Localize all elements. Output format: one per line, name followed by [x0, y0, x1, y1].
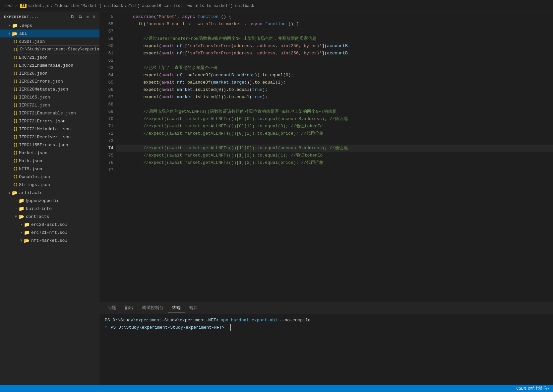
sidebar-item-ierc721errors[interactable]: {} IERC721Errors.json	[0, 117, 99, 125]
sidebar-item-ierc20meta[interactable]: {} IERC20Metadata.json	[0, 85, 99, 93]
arrow-icon: ›	[19, 223, 24, 227]
tab-terminal[interactable]: 终端	[168, 303, 185, 312]
line-num-55: 55	[99, 21, 113, 28]
sidebar-item-nftm[interactable]: {} NFTM.json	[0, 165, 99, 173]
code-line-5[interactable]: describe('Market', async function () {	[116, 13, 553, 21]
breadcrumb-test[interactable]: test	[4, 4, 14, 8]
sidebar-item-abi[interactable]: ∨ 📂 abi	[0, 30, 99, 37]
code-line-61[interactable]: expect(await nft['safeTransferFrom(addre…	[116, 50, 553, 57]
line-num-71: 71	[99, 123, 113, 130]
cusdt-tooltip-container: {} cUSDT.json D:\Study\experiment-Study\…	[0, 37, 99, 45]
code-line-55[interactable]: it('accountB can list two nfts to market…	[116, 21, 553, 28]
sidebar-item-artifacts[interactable]: ∨ 📂 artifacts	[0, 189, 99, 197]
folder-icon: 📁	[24, 230, 30, 235]
terminal-line-1: PS D:\Study\experiment-Study\experiment-…	[105, 317, 548, 324]
sidebar-item-deps[interactable]: › 📁 .deps	[0, 22, 99, 30]
line-num-68: 68	[99, 101, 113, 108]
nftm-label: NFTM.json	[19, 166, 42, 171]
breadcrumb-file[interactable]: market.js	[28, 4, 49, 8]
code-lines: describe('Market', async function () { i…	[116, 12, 553, 302]
sidebar-item-nftmarket[interactable]: ∨ 📂 nft-market.sol	[0, 236, 99, 244]
sidebar-item-market[interactable]: {} Market.json	[0, 149, 99, 157]
sidebar-item-ierc721[interactable]: {} IERC721.json	[0, 101, 99, 109]
refresh-icon[interactable]: ↻	[87, 15, 89, 19]
tab-problems[interactable]: 问题	[103, 303, 120, 312]
line-num-75: 75	[99, 152, 113, 159]
breadcrumb-describe[interactable]: describe('Market') callback	[59, 4, 123, 8]
collapse-icon[interactable]: ⊟	[93, 15, 95, 19]
tab-debug-console[interactable]: 调试控制台	[138, 303, 167, 312]
code-line-67[interactable]: expect(await market.isListed(1)).to.equa…	[116, 94, 553, 101]
sidebar-header-icons: 🗋 🗂 ↻ ⊟	[71, 15, 95, 19]
line-num-61: 61	[99, 50, 113, 57]
tab-output[interactable]: 输出	[121, 303, 137, 312]
json-icon: {}	[13, 95, 18, 99]
code-line-65[interactable]: expect(await nft.balanceOf(market.target…	[116, 79, 553, 86]
tab-ports[interactable]: 端口	[185, 303, 202, 312]
sidebar-item-erc721[interactable]: {} ERC721.json	[0, 53, 99, 61]
json-icon: {}	[13, 183, 18, 187]
sidebar-item-ierc1155errors[interactable]: {} IERC1155Errors.json	[0, 141, 99, 149]
sidebar-item-erc165[interactable]: {} ERC165.json	[0, 45, 99, 53]
terminal-tabs: 问题 输出 调试控制台 终端 端口	[99, 302, 553, 314]
sidebar-item-cusdt[interactable]: {} cUSDT.json	[0, 37, 99, 45]
sidebar-item-strings[interactable]: {} Strings.json	[0, 181, 99, 189]
sidebar-item-openzeppelin[interactable]: › 📁 @openzeppelin	[0, 197, 99, 205]
sidebar-item-erc721enum[interactable]: {} ERC721Enumerable.json	[0, 61, 99, 69]
code-line-64[interactable]: expect(await nft.balanceOf(accountB.addr…	[116, 72, 553, 79]
nftmarket-label: nft-market.sol	[31, 238, 67, 243]
folder-open-icon: 📂	[12, 190, 18, 196]
line-num-70: 70	[99, 115, 113, 123]
ierc20-label: IERC20.json	[19, 71, 47, 76]
line-num-60: 60	[99, 42, 113, 50]
math-label: Math.json	[19, 159, 42, 163]
terminal-cursor[interactable]	[228, 324, 231, 331]
sidebar-item-ierc721enum[interactable]: {} IERC721Enumerable.json	[0, 109, 99, 117]
sidebar-item-ownable[interactable]: {} Ownable.json	[0, 173, 99, 181]
line-num-5: 5	[99, 13, 113, 21]
ownable-label: Ownable.json	[19, 174, 50, 179]
arrow-icon: ›	[13, 207, 19, 211]
status-bar-text: CSDN @酷七敲吗~	[517, 386, 549, 391]
terminal-prompt: PS D:\Study\experiment-Study\experiment-…	[105, 317, 218, 324]
ierc1155errors-label: IERC1155Errors.json	[19, 143, 68, 148]
line-num-72: 72	[99, 130, 113, 137]
json-icon: {}	[13, 79, 18, 83]
sidebar-item-ierc20[interactable]: {} IERC20.json	[0, 69, 99, 77]
code-line-62	[116, 57, 553, 64]
breadcrumb-it[interactable]: it('accountB can list two nfts to market…	[133, 4, 254, 8]
folder-open-icon: 📂	[19, 214, 25, 220]
erc721enum-label: ERC721Enumerable.json	[19, 63, 73, 68]
code-line-66[interactable]: expect(await market.isListed(0)).to.equa…	[116, 86, 553, 94]
sidebar-item-ierc721receiver[interactable]: {} IERC721Receiver.json	[0, 133, 99, 141]
folder-icon: 📁	[12, 23, 18, 29]
line-num-65: 65	[99, 79, 113, 86]
sidebar-item-ierc165[interactable]: {} IERC165.json	[0, 93, 99, 101]
json-icon: {}	[13, 127, 18, 131]
code-line-74[interactable]: //expect((await market.getALLNFTs())[1][…	[116, 145, 553, 152]
terminal-area: 问题 输出 调试控制台 终端 端口 PS D:\Study\experiment…	[99, 302, 553, 385]
new-file-icon[interactable]: 🗋	[71, 15, 75, 19]
arrow-icon: ∨	[7, 32, 12, 35]
sidebar-item-ierc20errors[interactable]: {} IERC20Errors.json	[0, 77, 99, 85]
json-icon: {}	[13, 47, 18, 51]
code-line-77	[116, 166, 553, 174]
terminal-circle-icon: ○	[105, 324, 107, 331]
strings-label: Strings.json	[19, 182, 50, 187]
sidebar-item-math[interactable]: {} Math.json	[0, 157, 99, 165]
arrow-icon: ∨	[7, 191, 12, 195]
sidebar-item-buildinfo[interactable]: › 📁 build-info	[0, 205, 99, 213]
ierc721-label: IERC721.json	[19, 103, 50, 108]
code-line-60[interactable]: expect(await nft['safeTransferFrom(addre…	[116, 42, 553, 50]
sidebar-item-contracts[interactable]: ∨ 📂 contracts	[0, 213, 99, 221]
new-folder-icon[interactable]: 🗂	[79, 15, 83, 19]
cusdt-label: cUSDT.json	[19, 39, 45, 44]
json-icon: {}	[13, 175, 18, 179]
sidebar-item-ierc721meta[interactable]: {} IERC721Metadata.json	[0, 125, 99, 133]
terminal-prompt-2: PS D:\Study\experiment-Study\experiment-…	[111, 324, 224, 331]
code-line-76: //expect((await market.getALLNFTs())[1][…	[116, 159, 553, 166]
ierc721enum-label: IERC721Enumerable.json	[19, 111, 76, 116]
sidebar-item-erc721nft[interactable]: › 📁 erc721-nft.sol	[0, 229, 99, 236]
sidebar-item-erc20usdt[interactable]: › 📁 erc20-usdt.sol	[0, 221, 99, 229]
folder-icon: 📁	[24, 222, 30, 228]
